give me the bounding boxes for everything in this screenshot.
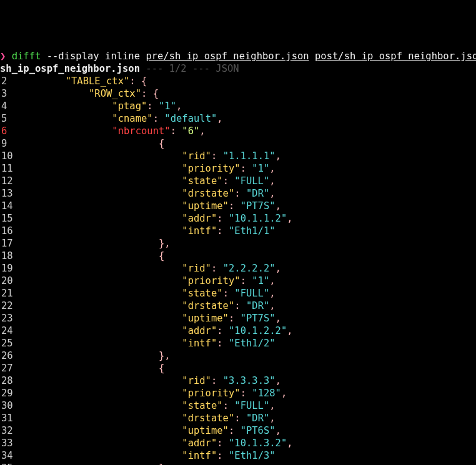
- punct: :: [217, 225, 229, 237]
- line-number: 16: [0, 225, 19, 237]
- code-line: 6 "nbrcount": "6",: [0, 125, 476, 137]
- punct: :: [211, 263, 223, 274]
- punct: :: [217, 325, 229, 336]
- json-key: "intf": [182, 338, 217, 349]
- json-key: "ptag": [112, 100, 147, 112]
- json-value: "FULL": [234, 288, 269, 299]
- json-value: "3.3.3.3": [223, 375, 275, 386]
- file-a: pre/sh ip ospf neighbor.json: [146, 51, 309, 62]
- code-line: 35 },: [0, 462, 476, 465]
- code-line: 27 {: [0, 362, 476, 374]
- punct: ,: [269, 175, 275, 187]
- code-content: "uptime": "PT7S",: [19, 312, 476, 325]
- code-line: 31 "drstate": "DR",: [0, 412, 476, 424]
- punct: :: [217, 213, 229, 224]
- code-content: "addr": "10.1.1.2",: [19, 212, 476, 225]
- code-content: "uptime": "PT6S",: [19, 424, 476, 437]
- code-line: 5 "cname": "default",: [0, 112, 476, 125]
- punct: ,: [217, 113, 222, 124]
- code-content: "priority": "1",: [19, 275, 476, 287]
- code-content: "intf": "Eth1/2": [19, 337, 476, 350]
- code-line: 25 "intf": "Eth1/2": [0, 337, 476, 350]
- punct: ,: [269, 275, 275, 286]
- code-line: 13 "drstate": "DR",: [0, 187, 476, 200]
- punct: ,: [269, 413, 275, 424]
- code-line: 15 "addr": "10.1.1.2",: [0, 212, 476, 225]
- punct: ,: [269, 163, 275, 174]
- punct: ,: [269, 400, 275, 411]
- punct: ,: [176, 100, 182, 112]
- line-number: 23: [0, 312, 19, 325]
- json-key: "rid": [182, 150, 211, 162]
- punct: ,: [275, 313, 281, 324]
- code-content: {: [19, 137, 476, 150]
- line-number: 5: [0, 112, 19, 125]
- line-number: 35: [0, 462, 19, 465]
- line-number: 15: [0, 212, 19, 225]
- line-number: 27: [0, 362, 19, 374]
- code-line: 28 "rid": "3.3.3.3",: [0, 374, 476, 387]
- line-number: 20: [0, 275, 19, 287]
- line-number: 10: [0, 150, 19, 162]
- json-key: "addr": [182, 325, 217, 336]
- code-content: "TABLE_ctx": {: [19, 75, 476, 87]
- punct: ,: [275, 200, 281, 212]
- line-number: 34: [0, 449, 19, 462]
- command-name: difft: [12, 51, 41, 62]
- code-line: 29 "priority": "128",: [0, 387, 476, 399]
- sep-icon: ---: [140, 63, 169, 74]
- json-value: "PT7S": [240, 200, 275, 212]
- json-key: "addr": [182, 213, 217, 224]
- punct: :: [240, 163, 252, 174]
- line-number: 12: [0, 175, 19, 187]
- json-key: "uptime": [182, 313, 229, 324]
- code-line: 33 "addr": "10.1.3.2",: [0, 437, 476, 449]
- json-key: "TABLE_ctx": [66, 76, 130, 87]
- code-content: "nbrcount": "6",: [19, 125, 476, 137]
- code-line: 20 "priority": "1",: [0, 275, 476, 287]
- punct: ,: [275, 263, 281, 274]
- code-line: sh_ip_ospf_neighbor.json --- 1/2 --- JSO…: [0, 62, 476, 75]
- punct: ,: [269, 300, 275, 311]
- json-key: "drstate": [182, 300, 234, 311]
- punct: :: [229, 313, 240, 324]
- code-content: },: [19, 237, 476, 250]
- code-content: "cname": "default",: [19, 112, 476, 125]
- punct: :: [211, 375, 223, 386]
- line-number: 22: [0, 300, 19, 312]
- code-line: 16 "intf": "Eth1/1": [0, 225, 476, 237]
- line-number: 30: [0, 399, 19, 412]
- json-value: "10.1.2.2": [229, 325, 287, 336]
- code-line: 9 {: [0, 137, 476, 150]
- code-line: 10 "rid": "1.1.1.1",: [0, 150, 476, 162]
- punct: :: [240, 275, 252, 286]
- punct: ,: [287, 438, 292, 449]
- line-number: 17: [0, 237, 19, 250]
- code-content: "drstate": "DR",: [19, 300, 476, 312]
- json-value: "PT7S": [240, 313, 275, 324]
- json-key: "cname": [112, 113, 152, 124]
- code-line: 18 {: [0, 250, 476, 262]
- code-line: 11 "priority": "1",: [0, 162, 476, 175]
- language-label: JSON: [216, 63, 239, 74]
- json-value: "DR": [246, 188, 269, 199]
- code-content: "priority": "128",: [19, 387, 476, 399]
- code-line: 23 "uptime": "PT7S",: [0, 312, 476, 325]
- brace: },: [159, 463, 171, 465]
- line-number: 3: [0, 87, 19, 100]
- json-value: "FULL": [234, 175, 269, 187]
- code-line: 32 "uptime": "PT6S",: [0, 424, 476, 437]
- punct: :: [147, 100, 159, 112]
- code-content: "state": "FULL",: [19, 399, 476, 412]
- json-key: "drstate": [182, 188, 234, 199]
- brace: },: [159, 350, 171, 361]
- line-number: 11: [0, 162, 19, 175]
- punct: ,: [287, 325, 292, 336]
- code-line: 22 "drstate": "DR",: [0, 300, 476, 312]
- punct: ,: [269, 188, 275, 199]
- json-key: "uptime": [182, 425, 229, 436]
- terminal: ❯ difft --display inline pre/sh ip ospf …: [0, 50, 476, 465]
- json-key: "nbrcount": [112, 125, 170, 137]
- json-value: "2.2.2.2": [223, 263, 275, 274]
- line-number: 26: [0, 350, 19, 362]
